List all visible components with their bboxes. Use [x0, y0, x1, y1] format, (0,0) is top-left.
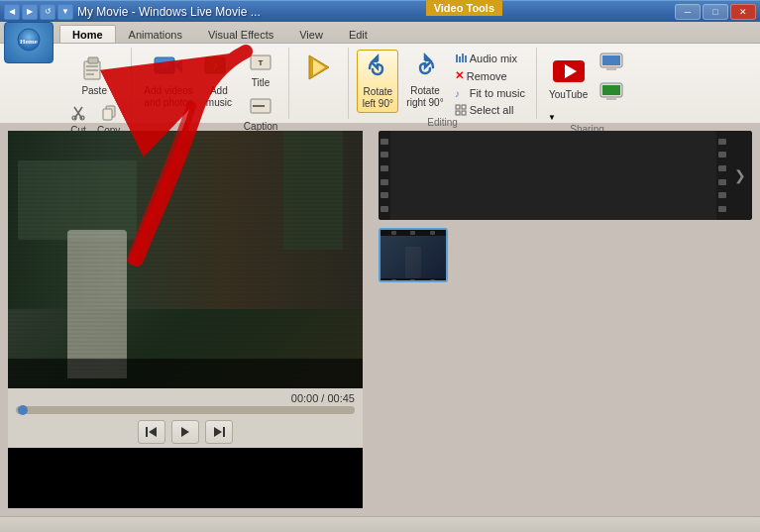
maximize-button[interactable]: □ [703, 4, 728, 20]
caption-button[interactable]: Caption [241, 93, 280, 135]
svg-rect-40 [606, 67, 616, 70]
svg-rect-15 [161, 62, 168, 68]
svg-rect-35 [456, 111, 460, 115]
sharing-group: YouTube [537, 48, 637, 119]
back-icon[interactable]: ◀ [4, 4, 20, 20]
add-videos-icon [153, 52, 184, 83]
share-option-1[interactable] [596, 50, 629, 77]
add-videos-button[interactable]: Add videosand photos [140, 50, 197, 111]
svg-rect-29 [459, 56, 461, 62]
window-title: My Movie - Windows Live Movie ... [77, 5, 261, 19]
youtube-label: YouTube [549, 89, 588, 101]
sharing-items: YouTube [545, 50, 629, 124]
tab-edit[interactable]: Edit [336, 25, 380, 43]
film-strip-nav-button[interactable]: ❯ [728, 131, 752, 220]
title-label: Title [252, 77, 271, 89]
fit-to-music-button[interactable]: ♪ Fit to music [452, 86, 528, 100]
svg-text:♪: ♪ [455, 88, 460, 99]
audio-mix-row: Audio mix [452, 52, 528, 65]
sharing-icons-row: YouTube [545, 50, 629, 107]
remove-button[interactable]: ✕ Remove [452, 68, 510, 83]
title-button[interactable]: T Title [241, 50, 280, 91]
thumb-hole [391, 231, 396, 235]
share-option-2[interactable] [596, 79, 629, 107]
time-display: 00:00 / 00:45 [16, 392, 355, 404]
svg-rect-3 [88, 57, 98, 63]
svg-rect-30 [462, 53, 464, 62]
svg-rect-43 [606, 97, 616, 100]
svg-rect-47 [146, 427, 148, 437]
caption-icon [249, 95, 272, 119]
title-bar-left: ◀ ▶ ↺ ▼ My Movie - Windows Live Movie ..… [4, 4, 261, 20]
film-hole [718, 152, 726, 158]
add-music-icon: ♪ [203, 52, 235, 83]
tab-animations[interactable]: Animations [116, 25, 195, 43]
video-controls: 00:00 / 00:45 [8, 388, 363, 448]
play-button[interactable] [171, 420, 199, 444]
remove-x-icon: ✕ [455, 69, 464, 82]
editing-options-col: Audio mix ✕ Remove ♪ Fit to music [452, 50, 528, 117]
undo-icon[interactable]: ↺ [40, 4, 55, 20]
video-scanlines [8, 131, 363, 388]
tab-home[interactable]: Home [59, 25, 116, 43]
film-strip: ❯ [379, 131, 752, 220]
dropdown-icon[interactable]: ▼ [57, 4, 73, 20]
sharing-extra-col [596, 50, 629, 107]
title-icon: T [249, 52, 272, 75]
tab-visual-effects[interactable]: Visual Effects [195, 25, 286, 43]
thumbnail-item[interactable] [379, 228, 448, 282]
add-music-button[interactable]: ♪ Addmusic [199, 50, 239, 111]
automovie-group: Auto [289, 48, 349, 119]
film-hole [718, 179, 726, 185]
select-all-row: Select all [452, 103, 528, 117]
svg-marker-48 [181, 427, 189, 437]
thumb-hole [410, 279, 415, 282]
audio-mix-icon [455, 53, 467, 64]
tab-view[interactable]: View [286, 25, 336, 43]
rotate-right-button[interactable]: Rotateright 90° [402, 50, 447, 111]
film-hole [718, 192, 726, 198]
svg-rect-33 [456, 105, 460, 109]
thumb-overlay [380, 236, 446, 278]
film-strip-right-border [716, 131, 728, 220]
video-tools-tab[interactable]: Video Tools [426, 0, 502, 16]
thumb-hole [430, 231, 435, 235]
film-frames [390, 171, 716, 179]
close-button[interactable]: ✕ [730, 4, 756, 20]
rotate-left-button[interactable]: Rotateleft 90° [357, 50, 398, 113]
automovie-button[interactable] [299, 50, 339, 87]
step-back-button[interactable] [138, 420, 165, 444]
film-hole [380, 192, 388, 198]
forward-icon[interactable]: ▶ [22, 4, 38, 20]
editing-group: Rotateleft 90° Rotateright 90° [349, 48, 537, 119]
clipboard-items: Paste Cut [65, 50, 123, 139]
youtube-button[interactable]: YouTube [545, 53, 592, 103]
thumb-content [380, 236, 446, 278]
ribbon-tabs: Home Animations Visual Effects View Edit [0, 22, 760, 44]
minimize-button[interactable]: ─ [675, 4, 701, 20]
youtube-icon [553, 55, 585, 87]
select-all-button[interactable]: Select all [452, 103, 517, 117]
step-forward-button[interactable] [205, 420, 233, 444]
add-group: Add videosand photos ♪ Addmusic T [132, 48, 289, 119]
paste-button[interactable]: Paste [65, 50, 123, 99]
film-export-icon [598, 81, 626, 103]
paste-icon [78, 52, 110, 83]
rotate-right-icon [409, 52, 441, 83]
home-button[interactable]: Home [4, 22, 54, 63]
progress-bar[interactable] [16, 406, 355, 414]
playback-buttons [16, 420, 355, 444]
svg-rect-41 [602, 55, 620, 65]
ribbon-content: Paste Cut [0, 44, 760, 123]
dropdown-arrow-icon: ▼ [548, 113, 556, 122]
progress-thumb[interactable] [18, 405, 28, 415]
fit-to-music-row: ♪ Fit to music [452, 86, 528, 100]
rotate-left-label: Rotateleft 90° [363, 86, 393, 110]
svg-rect-34 [462, 105, 466, 109]
audio-mix-button[interactable]: Audio mix [452, 52, 520, 65]
timeline: ❯ [371, 123, 760, 516]
remove-row: ✕ Remove [452, 68, 528, 83]
rotate-left-icon [362, 53, 393, 84]
svg-marker-14 [174, 59, 182, 73]
thumb-border-bot [380, 278, 446, 282]
